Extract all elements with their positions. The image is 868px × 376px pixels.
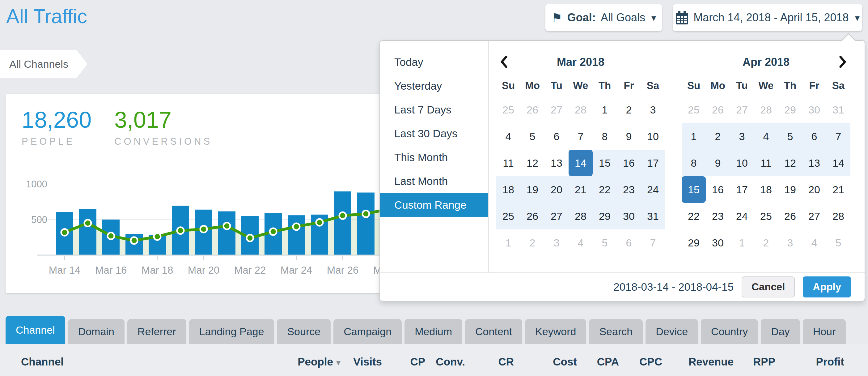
calendar-day[interactable]: 2 [706,123,730,150]
calendar-day[interactable]: 3 [778,229,802,256]
calendar-day[interactable]: 20 [802,176,826,203]
calendar-day[interactable]: 24 [641,176,665,203]
tab-device[interactable]: Device [646,319,698,344]
preset-last-30-days[interactable]: Last 30 Days [380,121,488,145]
calendar-day[interactable]: 29 [682,229,706,256]
calendar-day[interactable]: 6 [802,123,826,150]
tab-campaign[interactable]: Campaign [333,319,402,344]
calendar-day[interactable]: 16 [706,176,730,203]
column-header-cp[interactable]: CP [410,355,425,368]
calendar-day[interactable]: 27 [730,96,754,123]
calendar-day[interactable]: 4 [568,229,593,256]
preset-today[interactable]: Today [380,50,488,74]
calendar-day[interactable]: 18 [754,176,778,203]
calendar-day[interactable]: 28 [826,203,850,229]
tab-channel[interactable]: Channel [6,316,65,344]
column-header-visits[interactable]: Visits [353,355,382,368]
calendar-day[interactable]: 7 [641,229,665,256]
calendar-day[interactable]: 25 [754,203,778,229]
calendar-day[interactable]: 18 [496,176,520,203]
calendar-day[interactable]: 27 [545,96,568,123]
calendar-day[interactable]: 5 [778,123,802,150]
calendar-day[interactable]: 11 [754,150,778,176]
calendar-day[interactable]: 26 [520,203,545,229]
calendar-day[interactable]: 14 [568,150,593,176]
tab-source[interactable]: Source [277,319,331,344]
calendar-day[interactable]: 1 [730,229,754,256]
calendar-day[interactable]: 27 [802,203,826,229]
preset-yesterday[interactable]: Yesterday [380,74,488,98]
column-header-cost[interactable]: Cost [553,355,577,368]
calendar-day[interactable]: 21 [568,176,593,203]
tab-day[interactable]: Day [761,319,800,344]
calendar-day[interactable]: 30 [617,203,641,229]
calendar-day[interactable]: 5 [520,123,545,150]
column-header-rpp[interactable]: RPP [753,355,775,368]
calendar-day[interactable]: 3 [730,123,754,150]
calendar-day[interactable]: 1 [496,229,520,256]
calendar-day[interactable]: 16 [617,150,641,176]
calendar-day[interactable]: 29 [778,96,802,123]
calendar-day[interactable]: 17 [641,150,665,176]
calendar-day[interactable]: 2 [617,96,641,123]
calendar-day[interactable]: 5 [826,229,850,256]
calendar-day[interactable]: 15 [593,150,617,176]
column-header-people[interactable]: People▾ [298,355,341,368]
calendar-day[interactable]: 26 [520,96,545,123]
calendar-day[interactable]: 7 [826,123,850,150]
calendar-day[interactable]: 21 [826,176,850,203]
tab-domain[interactable]: Domain [68,319,125,344]
calendar-day[interactable]: 15 [682,176,706,203]
calendar-day[interactable]: 31 [641,203,665,229]
calendar-day[interactable]: 13 [545,150,568,176]
cancel-button[interactable]: Cancel [742,277,795,297]
calendar-day[interactable]: 26 [778,203,802,229]
calendar-day[interactable]: 23 [706,203,730,229]
tab-search[interactable]: Search [589,319,643,344]
next-month-button[interactable] [836,55,848,69]
calendar-day[interactable]: 25 [682,96,706,123]
column-header-cpc[interactable]: CPC [639,355,662,368]
calendar-day[interactable]: 13 [802,150,826,176]
preset-this-month[interactable]: This Month [380,145,488,169]
goal-selector-button[interactable]: ⚑ Goal: All Goals ▾ [546,4,662,31]
calendar-day[interactable]: 22 [593,176,617,203]
tab-landing-page[interactable]: Landing Page [189,319,274,344]
calendar-day[interactable]: 10 [641,123,665,150]
calendar-day[interactable]: 8 [682,150,706,176]
calendar-day[interactable]: 6 [617,229,641,256]
calendar-day[interactable]: 12 [520,150,545,176]
calendar-day[interactable]: 1 [682,123,706,150]
breadcrumb[interactable]: All Channels [0,50,76,78]
calendar-day[interactable]: 20 [545,176,568,203]
calendar-day[interactable]: 8 [593,123,617,150]
calendar-day[interactable]: 28 [568,96,593,123]
column-header-revenue[interactable]: Revenue [688,355,734,368]
calendar-day[interactable]: 14 [826,150,850,176]
calendar-day[interactable]: 10 [730,150,754,176]
date-range-button[interactable]: March 14, 2018 - April 15, 2018 ▾ [673,4,862,31]
column-header-cr[interactable]: CR [498,355,514,368]
calendar-day[interactable]: 31 [826,96,850,123]
calendar-day[interactable]: 2 [520,229,545,256]
calendar-day[interactable]: 4 [496,123,520,150]
calendar-day[interactable]: 5 [593,229,617,256]
calendar-day[interactable]: 3 [545,229,568,256]
tab-medium[interactable]: Medium [404,319,462,344]
tab-content[interactable]: Content [465,319,522,344]
calendar-day[interactable]: 9 [706,150,730,176]
tab-keyword[interactable]: Keyword [525,319,586,344]
column-header-profit[interactable]: Profit [816,355,844,368]
calendar-day[interactable]: 2 [754,229,778,256]
calendar-day[interactable]: 30 [802,96,826,123]
column-header-conv-[interactable]: Conv. [436,355,465,368]
calendar-day[interactable]: 29 [593,203,617,229]
calendar-day[interactable]: 19 [520,176,545,203]
calendar-day[interactable]: 12 [778,150,802,176]
calendar-day[interactable]: 25 [496,96,520,123]
calendar-day[interactable]: 28 [754,96,778,123]
tab-country[interactable]: Country [701,319,758,344]
calendar-day[interactable]: 30 [706,229,730,256]
calendar-day[interactable]: 26 [706,96,730,123]
calendar-day[interactable]: 3 [641,96,665,123]
